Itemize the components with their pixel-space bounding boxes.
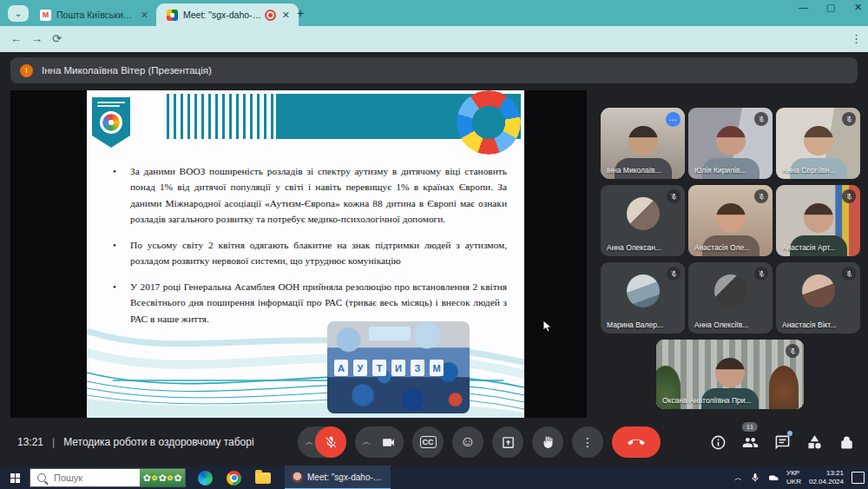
mic-off-icon	[667, 267, 681, 281]
refresh-icon[interactable]: ⟳	[52, 32, 62, 45]
people-button[interactable]: 11	[740, 433, 760, 452]
edge-icon[interactable]	[198, 471, 213, 486]
participants-panel: ⋯ Інна Миколаїв... Юлія Кирилів... Анна …	[597, 108, 863, 460]
chrome-icon[interactable]	[227, 471, 241, 486]
meet-app: І Інна Миколаївна Вітер (Презентація) За…	[0, 52, 868, 466]
slide-bullet: По усьому світу 2 квітня одягають блакит…	[106, 237, 507, 269]
language-indicator[interactable]: УКРUKR	[786, 469, 801, 486]
mic-mute-button[interactable]	[315, 426, 346, 458]
mic-off-icon	[842, 189, 856, 203]
mic-options-chevron-icon[interactable]: ︿	[304, 436, 315, 448]
presenter-avatar: І	[20, 64, 33, 77]
close-icon[interactable]: ✕	[282, 10, 290, 21]
minimize-button[interactable]: —	[799, 2, 808, 12]
participant-tile[interactable]: Анастасія Арт...	[776, 185, 860, 256]
participant-name: Оксана Анатоліївна При...	[662, 396, 752, 405]
participant-avatar	[627, 274, 660, 307]
tray-audio-device-icon[interactable]	[768, 472, 779, 483]
header-stripes	[167, 94, 278, 139]
photo-letter-signs: А У Т И З М	[334, 360, 444, 376]
maximize-button[interactable]: ▢	[826, 2, 835, 13]
mic-off-icon	[754, 267, 768, 281]
participant-avatar	[714, 274, 747, 307]
search-icon	[37, 473, 46, 482]
mic-control-group[interactable]: ︿	[298, 426, 346, 458]
tab-label: Meet: "sgx-daho-can"	[183, 10, 262, 20]
participant-name: Марина Валер...	[607, 320, 663, 329]
tab-gmail[interactable]: M Пошта Київський столичний у ✕	[35, 3, 152, 26]
tray-expand-icon[interactable]: ︿	[734, 472, 742, 484]
mic-off-icon	[667, 189, 681, 203]
participant-tile[interactable]: Анастасія Оле...	[688, 185, 773, 256]
meet-window-icon	[292, 472, 303, 483]
chrome-menu-icon[interactable]: ⋮	[851, 32, 862, 45]
meeting-info: 13:21 | Методика роботи в оздоровчому та…	[17, 436, 254, 448]
letter-sign: З	[411, 360, 424, 376]
participant-tile[interactable]: Анна Олексіїв...	[688, 262, 773, 334]
meet-control-bar: 13:21 | Методика роботи в оздоровчому та…	[0, 418, 868, 466]
end-call-button[interactable]	[612, 426, 661, 458]
host-controls-button[interactable]	[837, 433, 856, 452]
participant-count-badge: 11	[742, 422, 758, 432]
autism-puzzle-wreath-icon	[457, 90, 521, 155]
raise-hand-button[interactable]	[532, 426, 563, 458]
start-button[interactable]	[0, 466, 30, 489]
meet-side-controls: 11	[708, 433, 856, 452]
action-center-icon[interactable]	[852, 472, 865, 484]
participant-name: Анастасія Оле...	[694, 243, 750, 252]
taskbar-meet-window[interactable]: Meet: "sgx-daho-ca...	[285, 466, 391, 489]
meeting-details-button[interactable]	[708, 433, 727, 452]
participant-tile[interactable]: Анна Сергіївн...	[776, 108, 860, 179]
participant-name: Інна Миколаїв...	[607, 166, 661, 175]
tab-meet[interactable]: Meet: "sgx-daho-can" ✕	[156, 3, 299, 26]
mic-off-icon	[786, 344, 799, 358]
participant-tile[interactable]: Марина Валер...	[601, 262, 685, 334]
gmail-icon: M	[40, 10, 51, 21]
activities-button[interactable]	[805, 433, 824, 452]
browser-toolbar: ← → ⟳ meet.google.com/sgx-daho-can?authu…	[0, 26, 868, 52]
mic-off-icon	[842, 112, 856, 126]
tile-more-options-icon[interactable]: ⋯	[666, 112, 681, 127]
file-explorer-icon[interactable]	[255, 472, 271, 484]
tray-mic-icon[interactable]	[750, 472, 760, 483]
meet-icon	[167, 10, 178, 21]
camera-options-chevron-icon[interactable]: ︿	[361, 436, 372, 448]
tab-search-button[interactable]: ⌄	[8, 5, 29, 22]
participant-tile[interactable]: Анна Олексан...	[601, 185, 685, 256]
close-icon[interactable]: ✕	[141, 10, 148, 21]
emblem-icon	[100, 111, 122, 134]
windows-logo-icon	[10, 473, 20, 483]
present-screen-button[interactable]	[492, 426, 523, 458]
participant-tile[interactable]: Анастасія Вікт...	[776, 262, 860, 334]
participant-tile[interactable]: Оксана Анатоліївна При...	[656, 340, 804, 409]
divider: |	[52, 436, 55, 448]
letter-sign: М	[430, 360, 444, 376]
camera-control-group[interactable]: ︿	[355, 426, 404, 458]
camera-button[interactable]	[372, 426, 404, 458]
pinned-apps	[198, 471, 271, 486]
presentation-stage: За даними ВООЗ поширеність розладів зі с…	[10, 90, 587, 418]
plant-decor	[769, 366, 799, 409]
more-options-button[interactable]: ⋮	[572, 426, 603, 458]
new-tab-button[interactable]: +	[297, 6, 304, 20]
forward-icon[interactable]: →	[31, 32, 43, 45]
search-doodle-flowers[interactable]: ✿✿✿✿✿	[140, 469, 185, 486]
taskbar-search[interactable]: ✿✿✿✿✿	[30, 468, 186, 487]
close-window-button[interactable]: ✕	[854, 2, 862, 13]
participant-tile[interactable]: ⋯ Інна Миколаїв...	[601, 108, 685, 179]
participant-tile[interactable]: Юлія Кирилів...	[688, 108, 773, 179]
slide-bullet: За даними ВООЗ поширеність розладів зі с…	[106, 163, 507, 228]
participant-name: Анна Олексіїв...	[694, 320, 748, 329]
captions-button[interactable]: CC	[412, 426, 444, 458]
recording-indicator-icon	[265, 10, 276, 21]
presenter-banner: І Інна Миколаївна Вітер (Презентація)	[10, 57, 858, 83]
chat-button[interactable]	[773, 433, 792, 452]
mouse-cursor	[542, 320, 552, 333]
letter-sign: А	[334, 360, 348, 376]
clock[interactable]: 13:2102.04.2024	[809, 469, 844, 486]
university-shield-logo	[92, 97, 130, 148]
desktop: ⌄ M Пошта Київський столичний у ✕ Meet: …	[0, 0, 868, 489]
search-input[interactable]	[52, 472, 134, 484]
back-icon[interactable]: ←	[10, 32, 22, 45]
reactions-button[interactable]: ☺	[452, 426, 483, 458]
